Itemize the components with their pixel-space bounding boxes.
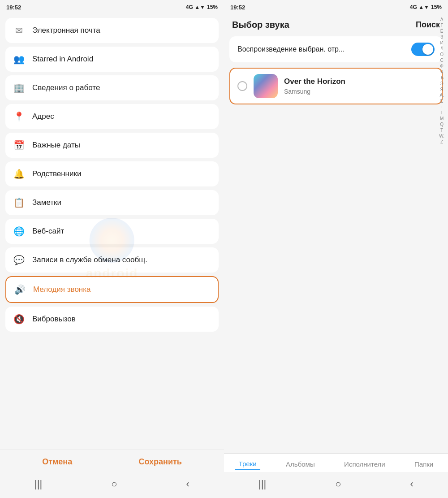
relatives-label: Родственники (32, 169, 81, 178)
right-time: 19:52 (230, 4, 245, 11)
right-status-icons: 4G ▲▼ 15% (410, 4, 442, 10)
toggle-row[interactable]: Воспроизведение выбран. отр... (229, 36, 443, 62)
tab-artists[interactable]: Исполнители (340, 458, 389, 470)
relatives-icon: 🔔 (13, 168, 25, 180)
alpha-И[interactable]: И (439, 40, 444, 46)
right-nav-home-button[interactable]: ○ (329, 476, 347, 492)
alpha-С[interactable]: С (439, 58, 444, 63)
alpha-Г[interactable]: Г (439, 23, 444, 28)
notes-icon: 📋 (13, 196, 25, 209)
menu-item-website[interactable]: 🌐Веб-сайт (5, 219, 219, 244)
right-title: Выбор звука (232, 20, 289, 30)
menu-item-ringtone[interactable]: 🔊Мелодия звонка (5, 276, 219, 303)
alpha-Ч[interactable]: Ч (439, 69, 444, 75)
alpha-I[interactable]: I (439, 110, 444, 116)
alpha-Ъ[interactable]: Ъ (439, 75, 444, 81)
alpha-·[interactable]: · (439, 104, 444, 110)
vibration-icon: 🔇 (13, 313, 25, 325)
alpha-Я[interactable]: Я (439, 87, 444, 92)
sound-list: Over the HorizonSamsung (224, 65, 448, 453)
vibration-label: Вибровызов (32, 315, 76, 324)
alpha-Q[interactable]: Q (439, 122, 444, 127)
menu-item-dates[interactable]: 📅Важные даты (5, 133, 219, 158)
menu-item-email[interactable]: ✉Электронная почта (5, 18, 219, 43)
left-panel: 19:52 4G ▲▼ 15% ✉Электронная почта👥Starr… (0, 0, 224, 498)
left-status-icons: 4G ▲▼ 15% (186, 4, 218, 10)
toggle-switch[interactable] (411, 43, 435, 56)
left-nav-bar: ||| ○ ‹ (0, 472, 224, 498)
battery-text: 15% (207, 4, 218, 10)
alpha-Z[interactable]: Z (439, 139, 444, 145)
dates-label: Важные даты (32, 141, 80, 150)
tab-bar: ТрекиАльбомыИсполнителиПапки (224, 453, 448, 472)
tab-albums[interactable]: Альбомы (282, 458, 319, 470)
right-signal-icon: 4G ▲▼ (410, 4, 429, 10)
alpha-З[interactable]: З (439, 35, 444, 40)
right-nav-bar: ||| ○ ‹ (224, 472, 448, 498)
notes-label: Заметки (32, 198, 61, 207)
right-battery-text: 15% (431, 4, 442, 10)
menu-list: ✉Электронная почта👥Starred in Android🏢Св… (0, 14, 224, 450)
address-icon: 📍 (13, 110, 25, 123)
alpha-W.[interactable]: W. (439, 134, 444, 139)
messenger-icon: 💬 (13, 254, 25, 266)
website-label: Веб-сайт (32, 227, 64, 236)
alpha-Э[interactable]: Э (439, 81, 444, 87)
left-status-bar: 19:52 4G ▲▼ 15% (0, 0, 224, 14)
website-icon: 🌐 (13, 225, 25, 238)
work-icon: 🏢 (13, 82, 25, 94)
nav-back-button[interactable]: ‹ (180, 476, 196, 492)
menu-item-notes[interactable]: 📋Заметки (5, 190, 219, 215)
action-bar: Отмена Сохранить (0, 450, 224, 472)
ringtone-label: Мелодия звонка (33, 285, 91, 294)
menu-item-vibration[interactable]: 🔇Вибровызов (5, 307, 219, 332)
address-label: Адрес (32, 112, 54, 121)
over-the-horizon-radio[interactable] (237, 81, 247, 91)
nav-home-button[interactable]: ○ (105, 476, 123, 492)
toggle-label: Воспроизведение выбран. отр... (237, 45, 345, 53)
save-button[interactable]: Сохранить (125, 455, 195, 469)
right-nav-menu-button[interactable]: ||| (252, 476, 272, 492)
starred-label: Starred in Android (32, 55, 93, 64)
starred-icon: 👥 (13, 53, 25, 65)
over-the-horizon-info: Over the HorizonSamsung (284, 77, 345, 95)
right-nav-back-button[interactable]: ‹ (404, 476, 420, 492)
email-icon: ✉ (13, 24, 25, 37)
menu-item-relatives[interactable]: 🔔Родственники (5, 161, 219, 186)
cancel-button[interactable]: Отмена (29, 455, 86, 469)
dates-icon: 📅 (13, 139, 25, 152)
menu-item-work[interactable]: 🏢Сведения о работе (5, 75, 219, 100)
messenger-label: Записи в службе обмена сообщ. (32, 255, 147, 264)
nav-menu-button[interactable]: ||| (28, 476, 48, 492)
tab-folders[interactable]: Папки (411, 458, 437, 470)
signal-icon: 4G ▲▼ (186, 4, 205, 10)
left-time: 19:52 (6, 4, 21, 11)
sound-item-over-the-horizon[interactable]: Over the HorizonSamsung (229, 68, 443, 104)
over-the-horizon-name: Over the Horizon (284, 77, 345, 86)
alpha-А.[interactable]: А. (439, 93, 444, 98)
alpha-T[interactable]: T (439, 128, 444, 133)
alpha-Л[interactable]: Л (439, 46, 444, 52)
menu-item-messenger[interactable]: 💬Записи в службе обмена сообщ. (5, 247, 219, 273)
right-header: Выбор звука Поиск (224, 14, 448, 34)
work-label: Сведения о работе (32, 83, 100, 92)
alpha-M[interactable]: M (439, 116, 444, 121)
search-button[interactable]: Поиск (416, 20, 440, 30)
alpha-E[interactable]: E (439, 99, 444, 104)
over-the-horizon-artist: Samsung (284, 88, 345, 95)
right-status-bar: 19:52 4G ▲▼ 15% (224, 0, 448, 14)
right-panel: 19:52 4G ▲▼ 15% Выбор звука Поиск Воспро… (224, 0, 448, 498)
menu-item-starred[interactable]: 👥Starred in Android (5, 47, 219, 72)
alphabet-index: АГЁЗИЛОСФЧЪЭЯА.E·IMQTW.Z (439, 17, 444, 145)
alpha-Ё[interactable]: Ё (439, 29, 444, 34)
tab-tracks[interactable]: Треки (235, 458, 260, 470)
menu-item-address[interactable]: 📍Адрес (5, 104, 219, 129)
alpha-А[interactable]: А (439, 17, 444, 22)
alpha-Ф[interactable]: Ф (439, 64, 444, 69)
ringtone-icon: 🔊 (13, 283, 26, 296)
alpha-О[interactable]: О (439, 52, 444, 57)
over-the-horizon-artwork (254, 74, 278, 98)
email-label: Электронная почта (32, 26, 100, 35)
